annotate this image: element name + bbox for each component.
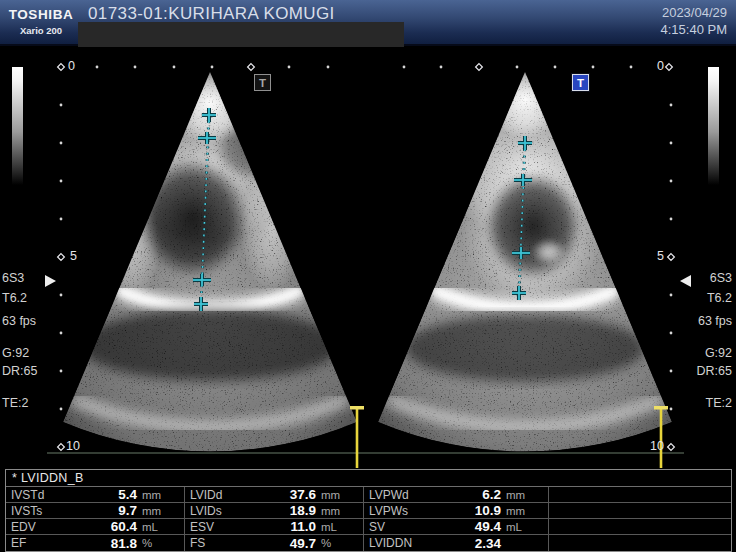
measurement-table: * LVIDDN_B IVSTd 5.4 mm LVIDd 37.6 mm LV… [5, 469, 732, 552]
measurement-unit: % [316, 537, 363, 549]
probe-label-right: 6S3 [710, 271, 732, 285]
measurement-value: 18.9 [290, 503, 316, 518]
measurement-cell: LVIDDN 2.34 [364, 535, 549, 551]
orientation-marker-left: T [254, 74, 271, 91]
measurement-cell: EDV 60.4 mL [6, 519, 185, 534]
measurement-value: 9.7 [118, 503, 137, 518]
gain-label-right: G:92 [705, 346, 732, 360]
measurement-label: FS [185, 536, 205, 550]
measurement-unit: mm [501, 489, 548, 501]
measurement-unit: % [137, 537, 184, 549]
te-label-right: TE:2 [706, 396, 732, 410]
measurement-label: IVSTs [6, 504, 42, 518]
measurement-label: SV [364, 520, 385, 534]
measurement-unit: mm [501, 505, 548, 517]
depth-label-10-right: 10 [650, 439, 664, 453]
thermal-index-left: T6.2 [2, 291, 27, 305]
measurement-table-title: * LVIDDN_B [6, 470, 731, 487]
depth-label-5-right: 5 [657, 249, 664, 263]
depth-label-5-left: 5 [70, 249, 77, 263]
depth-label-0-left: 0 [68, 59, 75, 73]
left-image-pane[interactable] [55, 60, 365, 460]
probe-label-left: 6S3 [2, 271, 24, 285]
depth-label-0-right: 0 [657, 59, 664, 73]
measurement-value: 2.34 [475, 536, 501, 551]
measurement-cell: ESV 11.0 mL [185, 519, 364, 534]
thermal-index-right: T6.2 [707, 291, 732, 305]
measurement-value: 49.7 [290, 536, 316, 551]
measurement-value: 5.4 [118, 487, 137, 502]
empty-cell [549, 487, 731, 502]
measurement-unit: mm [137, 489, 184, 501]
measurement-label: IVSTd [6, 488, 44, 502]
measurement-value: 6.2 [482, 487, 501, 502]
measurement-unit: mL [137, 521, 184, 533]
measurement-unit: mm [137, 505, 184, 517]
frame-rate-left: 63 fps [2, 314, 36, 328]
measurement-unit: mL [501, 521, 548, 533]
table-row: EDV 60.4 mL ESV 11.0 mL SV 49.4 mL [6, 519, 731, 535]
measurement-label: EF [6, 536, 26, 550]
measurement-value: 81.8 [111, 536, 137, 551]
measurement-unit: mm [316, 505, 363, 517]
measurement-value: 37.6 [290, 487, 316, 502]
measurement-unit: mL [316, 521, 363, 533]
measurement-cell: EF 81.8 % [6, 535, 185, 551]
empty-cell [549, 503, 731, 518]
measurement-value: 10.9 [475, 503, 501, 518]
table-row: IVSTd 5.4 mm LVIDd 37.6 mm LVPWd 6.2 mm [6, 487, 731, 503]
measurement-cell: LVPWd 6.2 mm [364, 487, 549, 502]
table-row: IVSTs 9.7 mm LVIDs 18.9 mm LVPWs 10.9 mm [6, 503, 731, 519]
right-image-pane[interactable] [370, 60, 680, 460]
table-row: EF 81.8 % FS 49.7 % LVIDDN 2.34 [6, 535, 731, 551]
focus-marker-right [680, 275, 691, 287]
ultrasound-screen: TOSHIBA Xario 200 01733-01:KURIHARA KOMU… [0, 0, 736, 552]
te-label-left: TE:2 [2, 396, 28, 410]
measurement-cell: IVSTs 9.7 mm [6, 503, 185, 518]
measurement-label: LVPWs [364, 504, 408, 518]
grayscale-bar-left [12, 67, 23, 185]
depth-label-10-left: 10 [66, 439, 80, 453]
measurement-label: LVIDDN [364, 536, 412, 550]
gain-label-left: G:92 [2, 346, 29, 360]
frame-rate-right: 63 fps [698, 314, 732, 328]
measurement-label: LVIDs [185, 504, 222, 518]
measurement-cell: SV 49.4 mL [364, 519, 549, 534]
dynamic-range-right: DR:65 [697, 364, 732, 378]
empty-cell [549, 519, 731, 534]
measurement-value: 11.0 [290, 519, 316, 534]
dynamic-range-left: DR:65 [2, 364, 37, 378]
measurement-label: EDV [6, 520, 36, 534]
measurement-cell: IVSTd 5.4 mm [6, 487, 185, 502]
measurement-cell: LVIDd 37.6 mm [185, 487, 364, 502]
grayscale-bar-right [708, 67, 719, 185]
empty-cell [549, 535, 731, 551]
measurement-cell: FS 49.7 % [185, 535, 364, 551]
measurement-label: LVPWd [364, 488, 409, 502]
orientation-marker-right: T [572, 74, 589, 91]
measurement-cell: LVPWs 10.9 mm [364, 503, 549, 518]
measurement-cell: LVIDs 18.9 mm [185, 503, 364, 518]
measurement-value: 49.4 [475, 519, 501, 534]
measurement-label: ESV [185, 520, 214, 534]
measurement-unit: mm [316, 489, 363, 501]
measurement-label: LVIDd [185, 488, 222, 502]
measurement-value: 60.4 [111, 519, 137, 534]
